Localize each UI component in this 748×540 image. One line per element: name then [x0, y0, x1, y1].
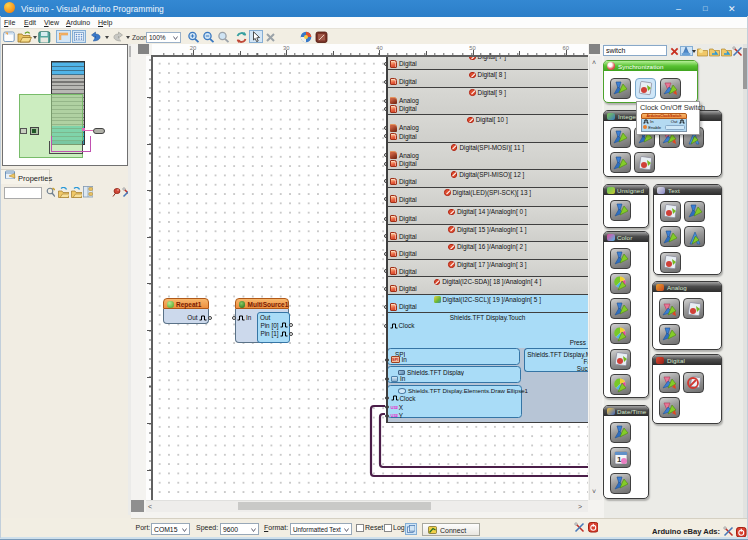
svg-text:1: 1 [617, 455, 622, 464]
